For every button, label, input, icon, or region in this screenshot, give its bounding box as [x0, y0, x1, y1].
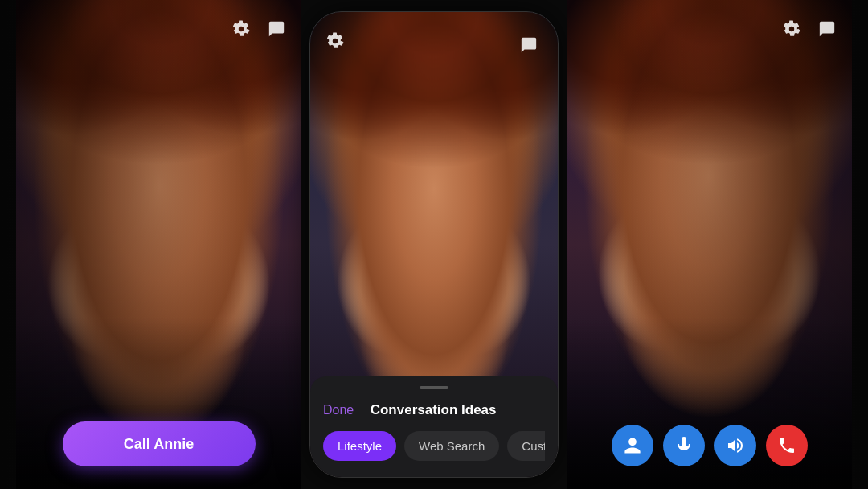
- sheet-title: Conversation Ideas: [371, 402, 497, 418]
- tab-lifestyle[interactable]: Lifestyle: [323, 431, 396, 461]
- conversation-tabs: Lifestyle Web Search Custom Prompt: [323, 431, 545, 461]
- microphone-button[interactable]: [663, 425, 705, 466]
- right-phone-top-icons: [779, 16, 840, 42]
- call-button-wrap: Call Annie: [63, 421, 256, 466]
- speaker-button[interactable]: [714, 425, 756, 466]
- conversation-ideas-sheet: Done Conversation Ideas Lifestyle Web Se…: [310, 376, 558, 477]
- sheet-header: Done Conversation Ideas: [323, 402, 545, 418]
- phone-left: Call Annie: [16, 0, 301, 489]
- right-settings-icon[interactable]: [779, 16, 805, 42]
- sheet-drag-handle[interactable]: [420, 386, 448, 389]
- right-chat-icon[interactable]: [814, 16, 840, 42]
- call-annie-button[interactable]: Call Annie: [63, 421, 256, 466]
- tab-web-search-label: Web Search: [419, 439, 485, 453]
- phone-center: Done Conversation Ideas Lifestyle Web Se…: [309, 11, 559, 478]
- right-hair: [567, 0, 852, 294]
- screen-container: Call Annie Done Conversation: [0, 0, 868, 489]
- done-button[interactable]: Done: [323, 403, 354, 417]
- left-hair: [16, 0, 301, 294]
- left-chat-icon[interactable]: [264, 16, 289, 42]
- left-phone-top-icons: [228, 16, 289, 42]
- phone-right: [567, 0, 852, 489]
- tab-custom-prompt[interactable]: Custom Prompt: [507, 431, 545, 461]
- person-button[interactable]: [612, 425, 653, 466]
- call-button-label: Call Annie: [124, 436, 194, 453]
- center-chat-icon[interactable]: [516, 32, 542, 58]
- left-settings-icon[interactable]: [228, 16, 254, 42]
- center-phone-top-icons: [516, 32, 542, 58]
- tab-custom-prompt-label: Custom Prompt: [522, 439, 545, 453]
- center-settings-icon-wrap[interactable]: [326, 32, 344, 53]
- tab-lifestyle-label: Lifestyle: [338, 439, 382, 453]
- control-buttons: [612, 425, 808, 466]
- tab-web-search[interactable]: Web Search: [404, 431, 499, 461]
- end-call-button[interactable]: [766, 425, 808, 466]
